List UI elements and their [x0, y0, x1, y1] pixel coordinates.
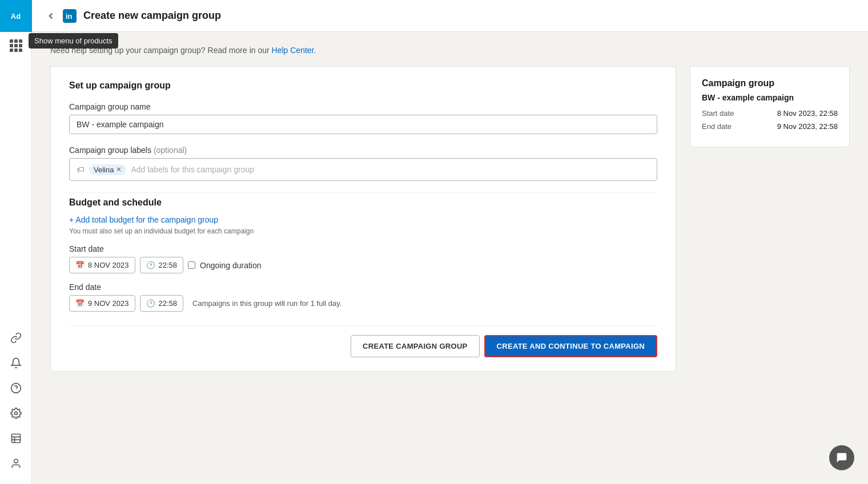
buttons-row: CREATE CAMPAIGN GROUP CREATE AND CONTINU… [69, 325, 657, 357]
page-title: Create new campaign group [83, 10, 221, 22]
table-icon-button[interactable] [5, 427, 27, 450]
end-date-label: End date [69, 283, 657, 292]
duration-text: Campaigns in this group will run for 1 f… [192, 299, 341, 308]
form-card: Set up campaign group Campaign group nam… [50, 66, 676, 372]
back-button[interactable] [46, 11, 56, 21]
summary-start-date-value: 8 Nov 2023, 22:58 [777, 109, 838, 118]
end-date-value: 9 NOV 2023 [88, 299, 129, 308]
gear-icon [10, 408, 22, 419]
ongoing-duration-container: Ongoing duration [188, 261, 261, 270]
create-campaign-group-button[interactable]: CREATE CAMPAIGN GROUP [351, 335, 480, 357]
app-logo: Ad [0, 0, 32, 32]
gear-icon-button[interactable] [5, 402, 27, 425]
start-date-inputs: 📅 8 NOV 2023 🕐 22:58 Ongoing duration [69, 257, 657, 273]
summary-end-date-label: End date [702, 122, 732, 131]
campaign-name-label: Campaign group name [69, 102, 657, 111]
link-icon-button[interactable] [5, 326, 27, 349]
remove-tag-button[interactable]: ✕ [116, 166, 122, 174]
labels-placeholder: Add labels for this campaign group [131, 165, 254, 174]
content-area: Need help setting up your campaign group… [32, 32, 868, 484]
chat-bubble-button[interactable] [829, 445, 854, 470]
top-bar: in Create new campaign group [32, 0, 868, 32]
start-date-value: 8 NOV 2023 [88, 261, 129, 269]
clock-icon-end: 🕐 [146, 299, 155, 308]
svg-rect-3 [11, 434, 20, 443]
campaign-labels-group: Campaign group labels (optional) 🏷 Velin… [69, 146, 657, 181]
end-time-field[interactable]: 🕐 22:58 [140, 295, 184, 312]
back-arrow-icon [46, 11, 56, 21]
bell-icon [10, 357, 22, 369]
summary-start-date-row: Start date 8 Nov 2023, 22:58 [702, 109, 838, 118]
user-icon [10, 458, 22, 469]
svg-point-2 [14, 412, 17, 415]
start-date-row: Start date 📅 8 NOV 2023 🕐 22:58 Ongoi [69, 244, 657, 273]
linkedin-logo: in [63, 9, 77, 23]
summary-end-date-value: 9 Nov 2023, 22:58 [777, 122, 838, 131]
clock-icon: 🕐 [146, 261, 155, 269]
campaign-labels-label: Campaign group labels (optional) [69, 146, 657, 155]
help-center-link[interactable]: Help Center. [272, 46, 316, 55]
grid-icon [10, 39, 22, 52]
end-date-row: End date 📅 9 NOV 2023 🕐 22:58 Campaigns … [69, 283, 657, 312]
summary-campaign-name: BW - example campaign [702, 93, 838, 102]
budget-helper-text: You must also set up an individual budge… [69, 227, 657, 235]
chat-icon [835, 451, 848, 464]
budget-section-title: Budget and schedule [69, 192, 657, 208]
summary-card: Campaign group BW - example campaign Sta… [690, 66, 850, 147]
svg-text:in: in [66, 12, 73, 21]
campaign-name-input[interactable] [69, 115, 657, 134]
add-budget-link[interactable]: + Add total budget for the campaign grou… [69, 215, 218, 224]
labels-input-container[interactable]: 🏷 Velina ✕ Add labels for this campaign … [69, 158, 657, 181]
summary-end-date-row: End date 9 Nov 2023, 22:58 [702, 122, 838, 131]
calendar-icon-end: 📅 [75, 299, 85, 308]
left-navigation: Ad Show menu of products [0, 0, 32, 484]
ongoing-duration-checkbox[interactable] [188, 261, 195, 269]
calendar-icon: 📅 [75, 261, 85, 269]
campaign-name-group: Campaign group name [69, 102, 657, 134]
main-area: in Create new campaign group Need help s… [32, 0, 868, 484]
link-icon [10, 332, 22, 344]
content-layout: Set up campaign group Campaign group nam… [50, 66, 850, 372]
grid-menu-button[interactable] [0, 32, 32, 59]
help-text: Need help setting up your campaign group… [50, 46, 850, 55]
start-date-label: Start date [69, 244, 657, 253]
start-date-field[interactable]: 📅 8 NOV 2023 [69, 257, 135, 273]
summary-card-title: Campaign group [702, 78, 838, 88]
label-tag-velina: Velina ✕ [89, 164, 126, 175]
end-date-inputs: 📅 9 NOV 2023 🕐 22:58 Campaigns in this g… [69, 295, 657, 312]
user-icon-button[interactable] [5, 452, 27, 475]
bell-icon-button[interactable] [5, 352, 27, 374]
end-time-value: 22:58 [159, 299, 178, 308]
tooltip-show-menu: Show menu of products [29, 33, 118, 49]
start-time-value: 22:58 [159, 261, 178, 269]
help-icon-button[interactable] [5, 377, 27, 400]
summary-start-date-label: Start date [702, 109, 734, 118]
ongoing-duration-label: Ongoing duration [200, 261, 261, 270]
table-icon [10, 433, 22, 444]
svg-point-7 [14, 459, 18, 463]
start-time-field[interactable]: 🕐 22:58 [140, 257, 184, 273]
create-and-continue-button[interactable]: CREATE AND CONTINUE TO CAMPAIGN [484, 335, 657, 357]
end-date-field[interactable]: 📅 9 NOV 2023 [69, 295, 135, 312]
help-icon [10, 382, 22, 394]
form-section-title: Set up campaign group [69, 80, 657, 91]
tag-icon: 🏷 [77, 165, 85, 174]
